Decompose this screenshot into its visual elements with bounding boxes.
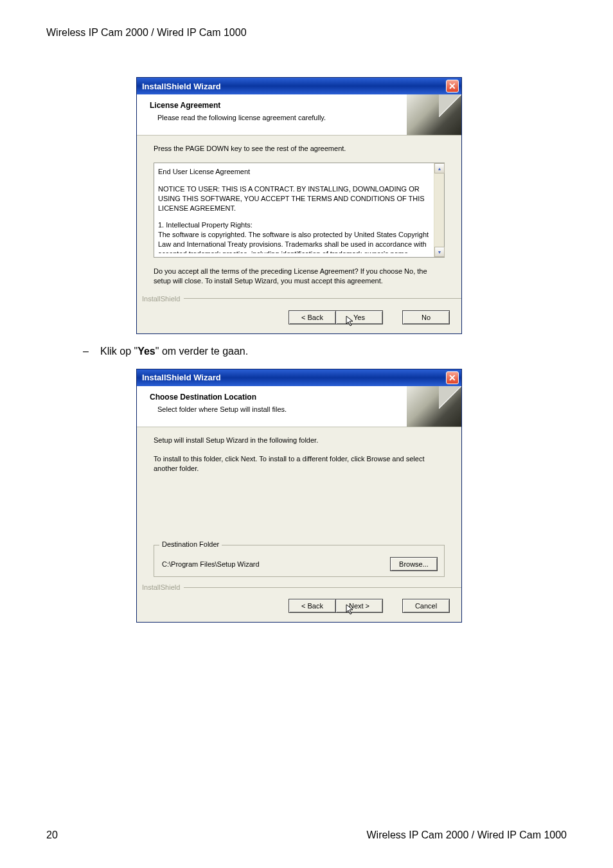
destination-fieldset: Destination Folder C:\Program Files\Setu… (154, 545, 445, 577)
eula-content: End User License Agreement NOTICE TO USE… (158, 167, 431, 253)
close-icon[interactable]: ✕ (446, 80, 459, 93)
banner-subtitle: Please read the following license agreem… (150, 114, 326, 121)
back-button[interactable]: < Back (289, 310, 336, 324)
divider-line (184, 298, 461, 299)
install-path: C:\Program Files\Setup Wizard (162, 560, 260, 568)
button-row: < Back Next > Cancel (137, 591, 461, 622)
fieldset-legend: Destination Folder (159, 540, 222, 548)
no-button[interactable]: No (402, 310, 450, 324)
line2: To install to this folder, click Next. T… (154, 454, 445, 474)
bullet-dash: – (82, 346, 89, 357)
banner: License Agreement Please read the follow… (137, 94, 461, 136)
banner-image (407, 94, 461, 135)
scroll-up-icon[interactable]: ▲ (434, 163, 445, 173)
cancel-button[interactable]: Cancel (402, 599, 450, 613)
eula-textarea[interactable]: End User License Agreement NOTICE TO USE… (154, 163, 445, 258)
bullet-prefix: Klik op " (100, 346, 138, 357)
eula-line: NOTICE TO USER: THIS IS A CONTRACT. BY I… (158, 184, 431, 213)
banner: Choose Destination Location Select folde… (137, 386, 461, 427)
document-page: Wireless IP Cam 2000 / Wired IP Cam 1000… (0, 0, 613, 868)
brand-divider: InstallShield (137, 295, 461, 303)
banner-text: Choose Destination Location Select folde… (137, 386, 287, 427)
next-button[interactable]: Next > (335, 599, 383, 613)
page-footer: 20 Wireless IP Cam 2000 / Wired IP Cam 1… (46, 829, 567, 841)
eula-line: 1. Intellectual Property Rights: The sof… (158, 220, 431, 253)
banner-subtitle: Select folder where Setup will install f… (150, 405, 287, 413)
destination-dialog: InstallShield Wizard ✕ Choose Destinatio… (136, 369, 462, 623)
license-dialog: InstallShield Wizard ✕ License Agreement… (136, 77, 462, 334)
yes-button[interactable]: Yes (335, 310, 383, 324)
divider-line (184, 587, 461, 588)
line1: Setup will install Setup Wizard in the f… (154, 436, 445, 444)
banner-title: License Agreement (150, 101, 326, 110)
cursor-icon (346, 604, 355, 616)
dialog-body: Setup will install Setup Wizard in the f… (137, 427, 461, 580)
titlebar-text: InstallShield Wizard (142, 82, 221, 91)
back-button[interactable]: < Back (289, 599, 336, 613)
brand-label: InstallShield (142, 583, 180, 591)
accept-question: Do you accept all the terms of the prece… (154, 267, 445, 286)
banner-text: License Agreement Please read the follow… (137, 94, 326, 135)
brand-divider: InstallShield (137, 583, 461, 591)
browse-button[interactable]: Browse... (390, 557, 438, 571)
page-header: Wireless IP Cam 2000 / Wired IP Cam 1000 (46, 27, 567, 39)
scrollbar[interactable]: ▲ ▼ (434, 163, 444, 257)
cursor-icon (346, 315, 355, 327)
eula-line: End User License Agreement (158, 167, 431, 177)
bullet-text: Klik op "Yes" om verder te gaan. (100, 346, 248, 357)
banner-title: Choose Destination Location (150, 393, 287, 402)
scroll-down-icon[interactable]: ▼ (434, 247, 445, 257)
titlebar[interactable]: InstallShield Wizard ✕ (137, 369, 461, 386)
dialog-body: Press the PAGE DOWN key to see the rest … (137, 136, 461, 297)
footer-right: Wireless IP Cam 2000 / Wired IP Cam 1000 (366, 829, 567, 841)
instruction-text: Press the PAGE DOWN key to see the rest … (154, 145, 445, 152)
bullet-suffix: " om verder te gaan. (155, 346, 248, 357)
instruction-bullet: – Klik op "Yes" om verder te gaan. (82, 346, 567, 357)
button-row: < Back Yes No (137, 303, 461, 333)
banner-image (407, 386, 461, 427)
close-icon[interactable]: ✕ (446, 371, 459, 384)
titlebar[interactable]: InstallShield Wizard ✕ (137, 78, 461, 94)
bullet-bold: Yes (138, 346, 155, 357)
brand-label: InstallShield (142, 295, 180, 303)
page-number: 20 (46, 829, 58, 841)
titlebar-text: InstallShield Wizard (142, 373, 221, 382)
